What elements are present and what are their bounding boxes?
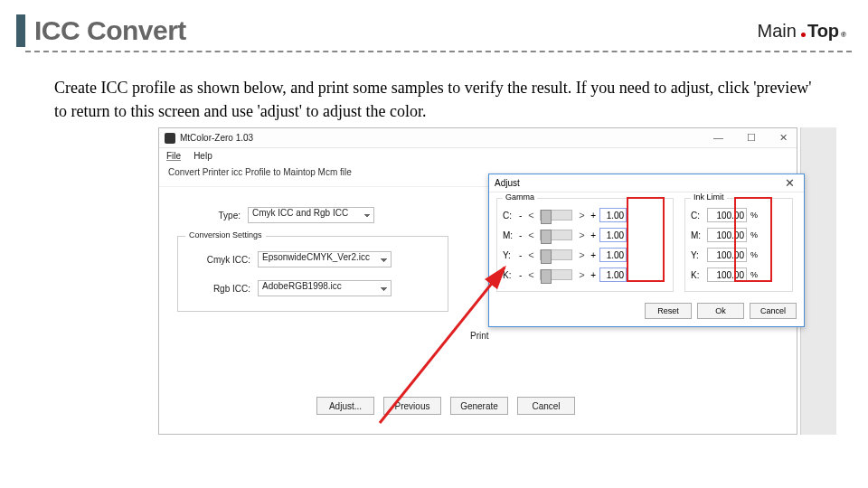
ink-channel-m: M: [691, 230, 703, 240]
gamma-title: Gamma [503, 192, 537, 202]
minus-icon[interactable]: - [519, 230, 522, 240]
left-arrow-icon[interactable]: < [525, 210, 536, 221]
dialog-cancel-button[interactable]: Cancel [750, 303, 797, 319]
channel-m: M: [503, 230, 515, 240]
close-icon[interactable]: ✕ [781, 176, 798, 190]
menubar: File Help [159, 148, 797, 164]
titlebar: MtColor-Zero 1.03 — ☐ ✕ [159, 128, 797, 148]
right-arrow-icon[interactable]: > [576, 249, 587, 260]
right-arrow-icon[interactable]: > [576, 230, 587, 240]
logo-dot-icon [801, 33, 806, 37]
inklimit-title: Ink Limit [691, 192, 727, 202]
app-icon [165, 133, 175, 144]
gamma-value-c[interactable] [599, 208, 627, 222]
cancel-button[interactable]: Cancel [517, 397, 575, 415]
rgb-combo[interactable]: AdobeRGB1998.icc [258, 280, 392, 296]
maximize-button[interactable]: ☐ [741, 130, 761, 145]
dialog-title: Adjust [495, 178, 520, 188]
minus-icon[interactable]: - [519, 250, 522, 260]
left-arrow-icon[interactable]: < [525, 230, 536, 240]
generate-button[interactable]: Generate [450, 397, 508, 415]
wizard-buttons: Adjust... Previous Generate Cancel [316, 397, 575, 415]
gamma-value-y[interactable] [599, 248, 627, 262]
slide-header: ICC Convert MainTop® [0, 0, 868, 51]
minus-icon[interactable]: - [519, 211, 522, 221]
dialog-buttons: Reset Ok Cancel [489, 299, 804, 326]
highlight-ink-values [734, 197, 772, 282]
registered-icon: ® [841, 31, 846, 39]
row-cmyk: Cmyk ICC: EpsonwideCMYK_Ver2.icc [187, 251, 439, 267]
channel-c: C: [503, 211, 515, 221]
window-title: MtColor-Zero 1.03 [180, 133, 253, 143]
highlight-gamma-values [627, 197, 665, 282]
title-accent [16, 14, 25, 47]
cmyk-label: Cmyk ICC: [187, 255, 250, 265]
window-controls: — ☐ ✕ [708, 130, 793, 145]
gamma-value-k[interactable] [599, 267, 627, 282]
dialog-titlebar: Adjust ✕ [489, 174, 804, 192]
cmyk-combo[interactable]: EpsonwideCMYK_Ver2.icc [258, 251, 392, 267]
titlebar-left: MtColor-Zero 1.03 [165, 133, 253, 144]
maintop-logo: MainTop® [758, 21, 846, 42]
gamma-slider-y[interactable] [540, 249, 572, 260]
row-rgb: Rgb ICC: AdobeRGB1998.icc [187, 280, 439, 296]
menu-help[interactable]: Help [193, 151, 212, 161]
ink-channel-y: Y: [691, 250, 703, 260]
logo-part2: Top [807, 21, 839, 42]
divider [25, 51, 852, 52]
type-combo[interactable]: Cmyk ICC and Rgb ICC [248, 207, 374, 223]
right-arrow-icon[interactable]: > [576, 269, 587, 280]
right-arrow-icon[interactable]: > [576, 210, 587, 221]
gamma-slider-k[interactable] [540, 269, 572, 280]
conversion-settings-group: Conversion Settings Cmyk ICC: EpsonwideC… [177, 236, 448, 312]
adjust-button[interactable]: Adjust... [316, 397, 374, 415]
plus-icon[interactable]: + [590, 270, 596, 280]
previous-button[interactable]: Previous [383, 397, 441, 415]
print-label: Print [470, 331, 489, 341]
rgb-label: Rgb ICC: [187, 284, 250, 294]
gamma-value-m[interactable] [599, 228, 627, 242]
group-title: Conversion Settings [185, 230, 266, 239]
plus-icon[interactable]: + [590, 250, 596, 260]
close-button[interactable]: ✕ [774, 130, 793, 145]
background-app-strip [800, 127, 836, 435]
gamma-slider-c[interactable] [540, 210, 572, 221]
minimize-button[interactable]: — [708, 130, 729, 145]
title-wrap: ICC Convert [16, 14, 186, 47]
reset-button[interactable]: Reset [645, 303, 692, 319]
minus-icon[interactable]: - [519, 270, 522, 280]
plus-icon[interactable]: + [590, 230, 596, 240]
ink-channel-c: C: [691, 211, 703, 221]
channel-y: Y: [503, 250, 515, 260]
left-arrow-icon[interactable]: < [525, 249, 536, 260]
slide-body-text: Create ICC profile as shown below, and p… [54, 76, 814, 123]
slide-title: ICC Convert [34, 15, 186, 46]
gamma-slider-m[interactable] [540, 230, 572, 240]
ok-button[interactable]: Ok [697, 303, 744, 319]
ink-channel-k: K: [691, 270, 703, 280]
logo-part1: Main [758, 21, 797, 42]
left-arrow-icon[interactable]: < [525, 269, 536, 280]
plus-icon[interactable]: + [590, 211, 596, 221]
menu-file[interactable]: File [166, 151, 181, 161]
type-label: Type: [177, 211, 241, 221]
channel-k: K: [503, 270, 515, 280]
